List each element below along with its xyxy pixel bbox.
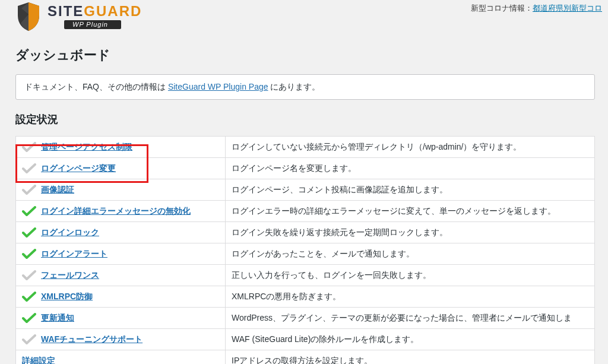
setting-name-cell: 管理ページアクセス制限	[16, 137, 226, 158]
setting-description: IPアドレスの取得方法を設定します。	[226, 350, 595, 365]
check-enabled-icon	[22, 206, 36, 217]
setting-link[interactable]: 詳細設定	[22, 354, 55, 364]
shield-icon	[15, 1, 42, 32]
setting-name-cell: ログイン詳細エラーメッセージの無効化	[16, 201, 226, 222]
table-row: 画像認証ログインページ、コメント投稿に画像認証を追加します。	[16, 179, 595, 201]
setting-description: ログインしていない接続元から管理ディレクトリ（/wp-admin/）を守ります。	[226, 137, 595, 158]
setting-link[interactable]: 画像認証	[41, 183, 74, 196]
table-row: XMLRPC防御XMLRPCの悪用を防ぎます。	[16, 286, 595, 308]
logo-subtitle: WP Plugin	[64, 20, 121, 29]
setting-link[interactable]: WAFチューニングサポート	[41, 333, 142, 346]
setting-name-cell: フェールワンス	[16, 265, 226, 286]
table-row: ログインアラートログインがあったことを、メールで通知します。	[16, 243, 595, 265]
page-title: ダッシュボード	[15, 45, 595, 65]
info-notice: ドキュメント、FAQ、その他の情報は SiteGuard WP Plugin P…	[15, 74, 595, 100]
notice-prefix: ドキュメント、FAQ、その他の情報は	[24, 82, 168, 91]
setting-link[interactable]: ログインロック	[41, 226, 99, 239]
setting-link[interactable]: ログイン詳細エラーメッセージの無効化	[41, 205, 191, 217]
setting-link[interactable]: 管理ページアクセス制限	[41, 141, 132, 153]
check-disabled-icon	[22, 270, 36, 281]
setting-name-cell: XMLRPC防御	[16, 286, 226, 308]
setting-name-cell: ログインページ変更	[16, 158, 226, 179]
setting-link[interactable]: ログインページ変更	[41, 162, 116, 175]
table-row: 更新通知WordPress、プラグイン、テーマの更新が必要になった場合に、管理者…	[16, 308, 595, 329]
setting-name-cell: WAFチューニングサポート	[16, 329, 226, 350]
table-row: フェールワンス正しい入力を行っても、ログインを一回失敗します。	[16, 265, 595, 286]
setting-name-cell: ログインアラート	[16, 243, 226, 265]
check-enabled-icon	[22, 249, 36, 259]
topbar-link[interactable]: 都道府県別新型コロ	[533, 4, 602, 12]
check-disabled-icon	[22, 185, 36, 195]
logo-text-a: SITE	[48, 3, 84, 19]
table-row: 管理ページアクセス制限ログインしていない接続元から管理ディレクトリ（/wp-ad…	[16, 137, 595, 158]
table-row: WAFチューニングサポートWAF (SiteGuard Lite)の除外ルールを…	[16, 329, 595, 350]
setting-description: ログインがあったことを、メールで通知します。	[226, 243, 595, 265]
setting-description: ログインエラー時の詳細なエラーメッセージに変えて、単一のメッセージを返します。	[226, 201, 595, 222]
logo-text: SITEGUARD WP Plugin	[48, 4, 142, 29]
section-title: 設定状況	[15, 112, 595, 128]
setting-name-cell: ログインロック	[16, 222, 226, 243]
setting-link[interactable]: XMLRPC防御	[41, 290, 93, 303]
table-row: ログインロックログイン失敗を繰り返す接続元を一定期間ロックします。	[16, 222, 595, 243]
setting-description: WordPress、プラグイン、テーマの更新が必要になった場合に、管理者にメール…	[226, 308, 595, 329]
setting-link[interactable]: ログインアラート	[41, 248, 107, 260]
setting-description: ログインページ、コメント投稿に画像認証を追加します。	[226, 179, 595, 201]
setting-description: 正しい入力を行っても、ログインを一回失敗します。	[226, 265, 595, 286]
table-row: ログインページ変更ログインページ名を変更します。	[16, 158, 595, 179]
notice-link[interactable]: SiteGuard WP Plugin Page	[168, 82, 268, 91]
setting-name-cell: 詳細設定	[16, 350, 226, 365]
setting-description: ログインページ名を変更します。	[226, 158, 595, 179]
check-enabled-icon	[22, 227, 36, 238]
topbar-label: 新型コロナ情報：	[471, 4, 533, 12]
check-disabled-icon	[22, 334, 36, 345]
setting-name-cell: 更新通知	[16, 308, 226, 329]
logo-text-b: GUARD	[84, 3, 142, 19]
check-disabled-icon	[22, 163, 36, 174]
check-enabled-icon	[22, 313, 36, 324]
table-row: 詳細設定IPアドレスの取得方法を設定します。	[16, 350, 595, 365]
setting-description: XMLRPCの悪用を防ぎます。	[226, 286, 595, 308]
setting-name-cell: 画像認証	[16, 179, 226, 201]
notice-suffix: にあります。	[268, 82, 321, 91]
setting-link[interactable]: 更新通知	[41, 312, 74, 324]
check-disabled-icon	[22, 142, 36, 153]
setting-description: WAF (SiteGuard Lite)の除外ルールを作成します。	[226, 329, 595, 350]
check-enabled-icon	[22, 292, 36, 302]
setting-description: ログイン失敗を繰り返す接続元を一定期間ロックします。	[226, 222, 595, 243]
topbar-notice: 新型コロナ情報：都道府県別新型コロ	[471, 0, 602, 14]
settings-table: 管理ページアクセス制限ログインしていない接続元から管理ディレクトリ（/wp-ad…	[15, 136, 595, 364]
table-row: ログイン詳細エラーメッセージの無効化ログインエラー時の詳細なエラーメッセージに変…	[16, 201, 595, 222]
setting-link[interactable]: フェールワンス	[41, 269, 99, 281]
